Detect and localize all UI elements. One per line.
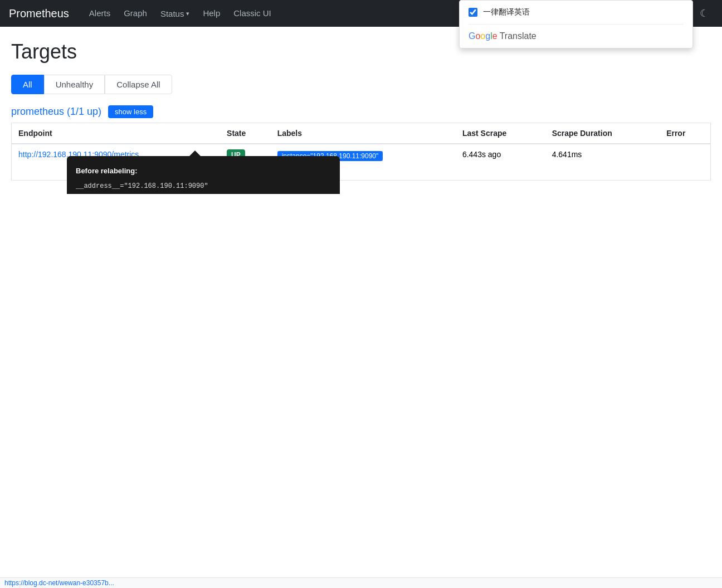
nav-alerts[interactable]: Alerts	[82, 0, 117, 27]
translate-brand-row: Google Translate	[469, 25, 684, 41]
navbar: Prometheus Alerts Graph Status ▾ Help Cl…	[0, 0, 722, 27]
col-error: Error	[660, 123, 710, 144]
translate-checkbox[interactable]	[469, 8, 477, 17]
cell-last-scrape: 6.443s ago	[456, 144, 545, 181]
chevron-down-icon: ▾	[186, 10, 189, 17]
brand-logo[interactable]: Prometheus	[9, 7, 69, 20]
dark-mode-toggle[interactable]: ☾	[695, 5, 713, 22]
relabeling-tooltip: Before relabeling: __address__="192.168.…	[67, 156, 340, 194]
google-translate-popup: 一律翻译英语 Google Translate	[459, 0, 693, 48]
col-endpoint: Endpoint	[12, 123, 221, 144]
col-state: State	[220, 123, 271, 144]
translate-checkbox-row: 一律翻译英语	[469, 7, 684, 25]
show-less-button[interactable]: show less	[108, 105, 153, 118]
translate-label: 一律翻译英语	[483, 7, 530, 17]
filter-unhealthy-button[interactable]: Unhealthy	[44, 75, 105, 94]
nav-graph[interactable]: Graph	[117, 0, 154, 27]
cell-error	[660, 144, 710, 181]
col-labels: Labels	[271, 123, 456, 144]
cell-scrape-duration: 4.641ms	[545, 144, 660, 181]
col-last-scrape: Last Scrape	[456, 123, 545, 144]
navbar-right: ☾	[695, 5, 713, 22]
google-brand-text: Google	[469, 31, 497, 41]
nav-help[interactable]: Help	[196, 0, 227, 27]
targets-table-container: Endpoint State Labels Last Scrape Scrape…	[11, 123, 711, 181]
translate-text: Translate	[500, 31, 536, 41]
tooltip-line-1: __meta_consul_address="127.0.0.1"	[76, 192, 331, 194]
tooltip-title: Before relabeling:	[76, 165, 331, 177]
filter-all-button[interactable]: All	[11, 75, 44, 94]
table-header: Endpoint State Labels Last Scrape Scrape…	[12, 123, 711, 144]
page-content: Targets All Unhealthy Collapse All prome…	[0, 27, 722, 194]
target-group-header: prometheus (1/1 up) show less	[11, 105, 711, 118]
tooltip-line-0: __address__="192.168.190.11:9090"	[76, 181, 331, 192]
filter-collapse-all-button[interactable]: Collapse All	[105, 75, 172, 94]
filter-bar: All Unhealthy Collapse All	[11, 75, 711, 94]
nav-status-dropdown[interactable]: Status ▾	[154, 9, 197, 18]
nav-classic-ui[interactable]: Classic UI	[227, 0, 278, 27]
col-scrape-duration: Scrape Duration	[545, 123, 660, 144]
target-group-title: prometheus (1/1 up)	[11, 106, 101, 118]
